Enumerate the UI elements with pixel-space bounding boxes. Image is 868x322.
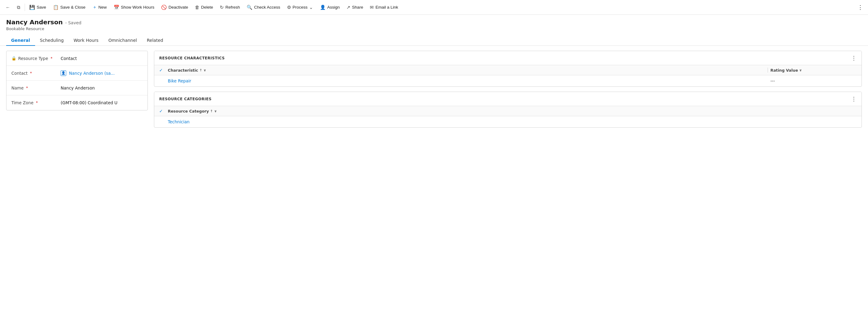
name-label: Name *: [11, 85, 61, 91]
resource-characteristics-section: RESOURCE CHARACTERISTICS ⋮ ✓ Characteris…: [154, 51, 862, 87]
process-label: Process: [292, 5, 308, 9]
email-link-label: Email a Link: [375, 5, 398, 9]
form-row-timezone: Time Zone * (GMT-08:00) Coordinated U: [6, 95, 148, 110]
page-subtitle: Bookable Resource: [6, 27, 862, 31]
deactivate-label: Deactivate: [168, 5, 188, 9]
characteristics-grid-header: ✓ Characteristic ↑ ∨ Rating Value ∨: [154, 65, 862, 75]
check-access-icon: 🔍: [247, 5, 252, 10]
deactivate-button[interactable]: 🚫 Deactivate: [158, 3, 191, 12]
more-icon: ⋮: [858, 4, 863, 11]
save-close-button[interactable]: 📋 Save & Close: [50, 3, 89, 12]
categories-more-icon[interactable]: ⋮: [851, 96, 857, 102]
save-button[interactable]: 💾 Save: [26, 3, 49, 12]
tab-scheduling[interactable]: Scheduling: [35, 35, 69, 46]
form-card: 🔒 Resource Type * Contact Contact * 👤 Na…: [6, 51, 148, 110]
resource-category-col-label: Resource Category: [168, 109, 209, 113]
characteristics-more-icon[interactable]: ⋮: [851, 55, 857, 61]
refresh-icon: ↻: [220, 5, 224, 10]
check-access-label: Check Access: [254, 5, 280, 9]
delete-icon: 🗑: [195, 5, 199, 10]
characteristic-col-header[interactable]: Characteristic ↑ ∨: [168, 68, 765, 73]
assign-button[interactable]: 👤 Assign: [317, 3, 343, 12]
rating-value-sort-icon[interactable]: ∨: [799, 68, 802, 72]
check-access-button[interactable]: 🔍 Check Access: [244, 3, 283, 12]
show-work-hours-label: Show Work Hours: [121, 5, 155, 9]
resource-type-value[interactable]: Contact: [61, 56, 143, 61]
rating-value-bike-repair: ---: [770, 78, 857, 83]
calendar-icon: 📅: [114, 5, 120, 10]
share-button[interactable]: ↗ Share: [343, 3, 366, 12]
new-icon: ＋: [92, 4, 97, 10]
categories-grid-header: ✓ Resource Category ↑ ∨: [154, 106, 862, 116]
chevron-down-icon: ⌄: [309, 5, 313, 10]
characteristic-sort-asc-icon[interactable]: ↑: [199, 68, 202, 72]
left-panel: 🔒 Resource Type * Contact Contact * 👤 Na…: [6, 51, 148, 133]
form-row-name: Name * Nancy Anderson: [6, 80, 148, 95]
contact-record-icon: 👤: [61, 70, 66, 76]
toolbar: ← ⧉ 💾 Save 📋 Save & Close ＋ New 📅 Show W…: [0, 0, 868, 15]
categories-title: RESOURCE CATEGORIES: [159, 97, 212, 101]
categories-select-all[interactable]: ✓: [159, 109, 165, 113]
lock-icon: 🔒: [11, 56, 16, 61]
save-close-icon: 📋: [53, 5, 59, 10]
save-icon: 💾: [29, 5, 35, 10]
characteristics-title: RESOURCE CHARACTERISTICS: [159, 56, 225, 60]
form-row-contact: Contact * 👤 Nancy Anderson (sa...: [6, 66, 148, 80]
grid-divider-1: [768, 68, 768, 73]
email-icon: ✉: [370, 5, 374, 10]
contact-label: Contact *: [11, 71, 61, 76]
back-button[interactable]: ←: [2, 3, 13, 12]
process-button[interactable]: ⚙ Process ⌄: [284, 3, 316, 12]
characteristic-row-bike-repair: Bike Repair ---: [154, 75, 862, 86]
characteristic-value-bike-repair[interactable]: Bike Repair: [168, 78, 768, 83]
form-row-resource-type: 🔒 Resource Type * Contact: [6, 51, 148, 66]
delete-label: Delete: [201, 5, 213, 9]
rating-value-col-header[interactable]: Rating Value ∨: [770, 68, 857, 73]
delete-button[interactable]: 🗑 Delete: [192, 3, 216, 12]
back-icon: ←: [5, 5, 10, 10]
page-title: Nancy Anderson: [6, 19, 63, 26]
resource-categories-section: RESOURCE CATEGORIES ⋮ ✓ Resource Categor…: [154, 92, 862, 128]
main-content: 🔒 Resource Type * Contact Contact * 👤 Na…: [0, 46, 868, 138]
share-icon: ↗: [346, 5, 350, 10]
resource-category-sort-desc-icon[interactable]: ∨: [214, 109, 217, 113]
resource-category-sort-asc-icon[interactable]: ↑: [210, 109, 213, 113]
process-icon: ⚙: [287, 5, 291, 10]
refresh-label: Refresh: [225, 5, 240, 9]
resource-category-col-header[interactable]: Resource Category ↑ ∨: [168, 109, 857, 113]
tab-omnichannel[interactable]: Omnichannel: [103, 35, 142, 46]
save-label: Save: [37, 5, 46, 9]
categories-header: RESOURCE CATEGORIES ⋮: [154, 92, 862, 106]
deactivate-icon: 🚫: [161, 5, 167, 10]
resource-type-label: 🔒 Resource Type *: [11, 56, 61, 61]
assign-label: Assign: [327, 5, 340, 9]
tab-work-hours[interactable]: Work Hours: [69, 35, 103, 46]
category-value-technician[interactable]: Technician: [168, 119, 857, 124]
tabs: General Scheduling Work Hours Omnichanne…: [0, 32, 868, 46]
name-value[interactable]: Nancy Anderson: [61, 85, 143, 91]
save-close-label: Save & Close: [60, 5, 86, 9]
category-row-technician: Technician: [154, 116, 862, 127]
contact-value[interactable]: 👤 Nancy Anderson (sa...: [61, 70, 143, 76]
timezone-value[interactable]: (GMT-08:00) Coordinated U: [61, 100, 143, 105]
separator-1: [25, 4, 25, 11]
page-header: Nancy Anderson - Saved Bookable Resource: [0, 15, 868, 31]
right-panel: RESOURCE CHARACTERISTICS ⋮ ✓ Characteris…: [154, 51, 862, 133]
email-link-button[interactable]: ✉ Email a Link: [367, 3, 401, 12]
restore-button[interactable]: ⧉: [14, 3, 23, 12]
share-label: Share: [352, 5, 363, 9]
show-work-hours-button[interactable]: 📅 Show Work Hours: [111, 3, 158, 12]
characteristics-header: RESOURCE CHARACTERISTICS ⋮: [154, 51, 862, 65]
more-button[interactable]: ⋮: [855, 2, 866, 12]
tab-related[interactable]: Related: [142, 35, 168, 46]
tab-general[interactable]: General: [6, 35, 35, 46]
new-button[interactable]: ＋ New: [89, 2, 110, 12]
characteristic-sort-desc-icon[interactable]: ∨: [204, 68, 206, 72]
refresh-button[interactable]: ↻ Refresh: [217, 3, 243, 12]
rating-value-col-label: Rating Value: [770, 68, 798, 73]
timezone-label: Time Zone *: [11, 100, 61, 105]
assign-icon: 👤: [320, 5, 326, 10]
characteristics-select-all[interactable]: ✓: [159, 68, 165, 73]
characteristic-col-label: Characteristic: [168, 68, 198, 73]
restore-icon: ⧉: [17, 5, 20, 10]
